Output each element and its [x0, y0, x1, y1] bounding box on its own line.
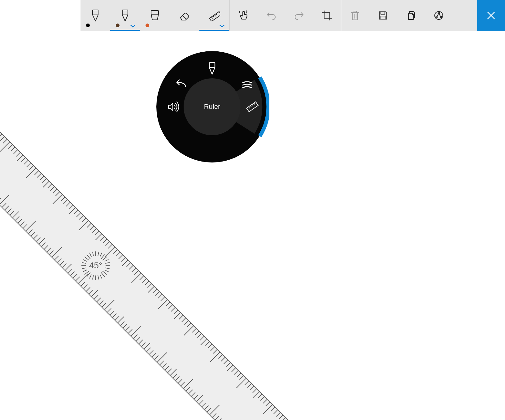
- crop-button[interactable]: [313, 0, 341, 31]
- active-indicator: [199, 30, 229, 31]
- share-icon: [433, 10, 444, 21]
- pen-icon: [90, 9, 101, 22]
- file-group: [341, 0, 505, 31]
- highlighter-icon: [149, 9, 161, 22]
- crop-icon: [322, 10, 332, 21]
- highlighter-button[interactable]: [140, 0, 170, 31]
- active-indicator: [110, 30, 140, 31]
- trash-icon: [350, 10, 360, 21]
- redo-icon: [294, 11, 304, 20]
- close-icon: [486, 11, 496, 20]
- svg-line-4: [216, 14, 217, 15]
- close-button[interactable]: [477, 0, 505, 31]
- ruler-button[interactable]: [199, 0, 229, 31]
- svg-line-1: [211, 17, 212, 18]
- pen-group: [81, 0, 229, 31]
- svg-line-2: [213, 16, 214, 17]
- pencil-button[interactable]: [110, 0, 140, 31]
- touch-writing-button[interactable]: [229, 0, 257, 31]
- delete-button[interactable]: [341, 0, 369, 31]
- pen-color-dot: [86, 24, 90, 27]
- copy-button[interactable]: [397, 0, 425, 31]
- ruler-icon: [208, 10, 220, 21]
- undo-button[interactable]: [257, 0, 285, 31]
- chevron-down-icon[interactable]: [130, 24, 136, 28]
- save-button[interactable]: [369, 0, 397, 31]
- toolbar: [81, 0, 505, 31]
- svg-point-5: [435, 11, 443, 19]
- radial-menu[interactable]: Ruler: [155, 50, 269, 164]
- redo-button[interactable]: [285, 0, 313, 31]
- copy-icon: [406, 10, 416, 21]
- svg-line-3: [215, 15, 215, 16]
- chevron-down-icon[interactable]: [219, 24, 225, 28]
- eraser-button[interactable]: [170, 0, 199, 31]
- ruler-angle-badge: 45°: [81, 251, 110, 280]
- save-icon: [378, 11, 388, 20]
- pen-color-dot: [146, 24, 149, 27]
- ballpoint-pen-button[interactable]: [81, 0, 110, 31]
- eraser-icon: [179, 10, 190, 21]
- undo-icon: [266, 11, 276, 20]
- pen-color-dot: [116, 24, 120, 27]
- radial-center-label: Ruler: [204, 103, 220, 111]
- pencil-icon: [120, 9, 130, 22]
- touch-icon: [238, 10, 249, 21]
- ruler-angle-text: 45°: [89, 261, 102, 271]
- svg-rect-0: [209, 11, 220, 21]
- share-button[interactable]: [425, 0, 453, 31]
- edit-group: [229, 0, 341, 31]
